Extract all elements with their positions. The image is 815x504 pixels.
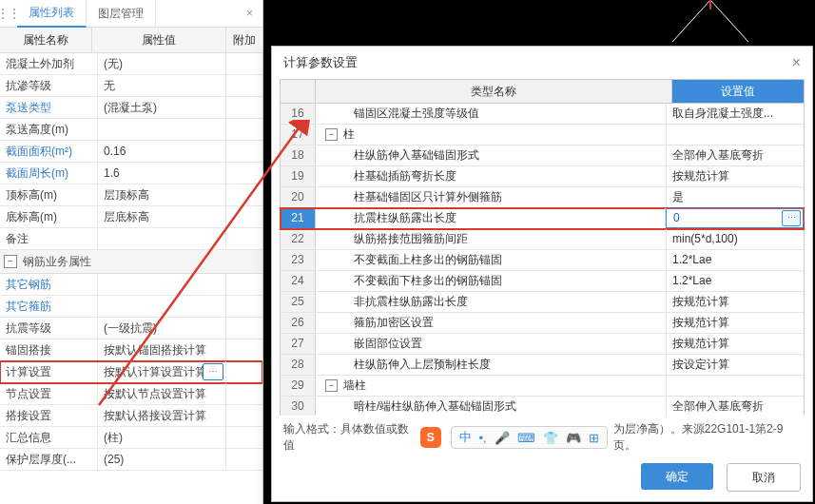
property-name[interactable]: 泵送类型: [0, 97, 98, 118]
ok-button[interactable]: 确定: [641, 463, 713, 490]
panel-drag-handle[interactable]: ⋮⋮: [0, 7, 17, 20]
property-value[interactable]: 按默认计算设置计算⋯: [98, 361, 226, 382]
row-index: 26: [281, 313, 316, 333]
property-value[interactable]: (一级抗震): [98, 318, 226, 339]
property-row[interactable]: 抗渗等级无: [0, 75, 262, 97]
property-row[interactable]: 顶标高(m)层顶标高: [0, 184, 262, 206]
property-name[interactable]: 其它钢筋: [0, 274, 98, 295]
property-value[interactable]: [98, 228, 226, 249]
property-row[interactable]: 计算设置按默认计算设置计算⋯: [0, 361, 262, 383]
property-row[interactable]: 泵送类型(混凝土泵): [0, 97, 262, 119]
grid-row[interactable]: 21抗震柱纵筋露出长度⋯: [281, 208, 804, 229]
property-row[interactable]: 汇总信息(柱): [0, 427, 262, 449]
property-value[interactable]: (无): [98, 53, 226, 74]
property-value[interactable]: 层顶标高: [98, 184, 226, 205]
ime-mic-icon[interactable]: 🎤: [495, 431, 510, 445]
grid-row[interactable]: 17−柱: [281, 125, 804, 145]
ellipsis-button[interactable]: ⋯: [203, 363, 223, 380]
ime-game-icon[interactable]: 🎮: [566, 431, 581, 445]
grid-col-value[interactable]: 设置值: [672, 80, 804, 103]
row-value[interactable]: 按规范计算: [667, 313, 804, 333]
grid-row[interactable]: 26箍筋加密区设置按规范计算: [281, 313, 804, 334]
ime-punct-icon[interactable]: •,: [479, 431, 487, 445]
property-row[interactable]: 底标高(m)层底标高: [0, 206, 262, 228]
tree-collapse-icon[interactable]: −: [325, 379, 338, 392]
property-value[interactable]: 1.6: [98, 163, 226, 184]
property-group[interactable]: −钢筋业务属性: [0, 250, 262, 274]
grid-row[interactable]: 23不变截面上柱多出的钢筋锚固1.2*Lae: [281, 250, 804, 271]
property-row[interactable]: 混凝土外加剂(无): [0, 53, 262, 75]
property-value[interactable]: 层底标高: [98, 206, 226, 227]
grid-row[interactable]: 22纵筋搭接范围箍筋间距min(5*d,100): [281, 229, 804, 250]
tab-layer-mgr[interactable]: 图层管理: [87, 1, 156, 27]
property-value[interactable]: 无: [98, 75, 226, 96]
row-value[interactable]: 按设定计算: [667, 355, 804, 375]
tab-attr-list[interactable]: 属性列表: [17, 0, 87, 28]
property-value[interactable]: 按默认节点设置计算: [98, 383, 226, 404]
property-value[interactable]: (25): [98, 449, 226, 470]
property-name[interactable]: 截面面积(m²): [0, 141, 98, 162]
row-value[interactable]: 全部伸入基底弯折: [667, 145, 804, 165]
cancel-button[interactable]: 取消: [727, 463, 801, 492]
collapse-icon[interactable]: −: [4, 255, 17, 268]
property-row[interactable]: 锚固搭接按默认锚固搭接计算: [0, 339, 262, 361]
value-input[interactable]: [671, 210, 751, 225]
property-value[interactable]: (混凝土泵): [98, 97, 226, 118]
property-name: 搭接设置: [0, 405, 98, 426]
row-value[interactable]: [667, 376, 804, 396]
row-value[interactable]: 全部伸入基底弯折: [667, 397, 804, 416]
row-index: 28: [281, 355, 316, 375]
row-value[interactable]: min(5*d,100): [667, 229, 804, 249]
property-value[interactable]: 按默认锚固搭接计算: [98, 339, 226, 360]
grid-row[interactable]: 29−墙柱: [281, 376, 804, 397]
property-row[interactable]: 其它钢筋: [0, 274, 262, 296]
property-row[interactable]: 节点设置按默认节点设置计算: [0, 383, 262, 405]
property-row[interactable]: 抗震等级(一级抗震): [0, 318, 262, 339]
grid-row[interactable]: 25非抗震柱纵筋露出长度按规范计算: [281, 292, 804, 313]
property-row[interactable]: 其它箍筋: [0, 296, 262, 318]
panel-close-icon[interactable]: ×: [237, 7, 262, 20]
row-value[interactable]: 是: [667, 187, 804, 207]
property-row[interactable]: 截面面积(m²)0.16: [0, 141, 262, 163]
grid-row[interactable]: 28柱纵筋伸入上层预制柱长度按设定计算: [281, 355, 804, 376]
property-row[interactable]: 保护层厚度(...(25): [0, 449, 262, 471]
row-value[interactable]: 1.2*Lae: [667, 271, 804, 291]
row-value[interactable]: ⋯: [666, 208, 804, 228]
row-value[interactable]: 按规范计算: [667, 292, 804, 312]
value-ellipsis-button[interactable]: ⋯: [782, 210, 801, 226]
ime-person-icon[interactable]: 👕: [543, 431, 558, 445]
ime-cn-icon[interactable]: 中: [459, 429, 472, 446]
property-value[interactable]: 按默认搭接设置计算: [98, 405, 226, 426]
grid-row[interactable]: 20柱基础锚固区只计算外侧箍筋是: [281, 187, 804, 208]
property-row[interactable]: 搭接设置按默认搭接设置计算: [0, 405, 262, 427]
property-name[interactable]: 其它箍筋: [0, 296, 98, 317]
row-value[interactable]: 1.2*Lae: [667, 250, 804, 270]
property-name[interactable]: 截面周长(m): [0, 163, 98, 184]
tree-collapse-icon[interactable]: −: [325, 128, 338, 141]
ime-grid-icon[interactable]: ⊞: [589, 431, 599, 445]
property-row[interactable]: 截面周长(m)1.6: [0, 163, 262, 184]
calc-param-dialog: 计算参数设置 × 类型名称 设置值 16锚固区混凝土强度等级值取自身混凝土强度.…: [271, 46, 813, 502]
property-value[interactable]: [98, 119, 226, 140]
row-type: 非抗震柱纵筋露出长度: [316, 292, 667, 312]
property-value[interactable]: [98, 296, 226, 317]
row-value[interactable]: 按规范计算: [667, 166, 804, 186]
property-row[interactable]: 备注: [0, 228, 262, 250]
grid-row[interactable]: 24不变截面下柱多出的钢筋锚固1.2*Lae: [281, 271, 804, 292]
dialog-close-icon[interactable]: ×: [792, 54, 801, 71]
row-value[interactable]: 取自身混凝土强度...: [667, 104, 804, 124]
row-value[interactable]: [667, 125, 804, 145]
grid-row[interactable]: 27嵌固部位设置按规范计算: [281, 334, 804, 355]
property-value[interactable]: 0.16: [98, 141, 226, 162]
property-row[interactable]: 泵送高度(m): [0, 119, 262, 141]
property-extra: [226, 97, 262, 118]
property-value[interactable]: [98, 274, 226, 295]
ime-keyboard-icon[interactable]: ⌨: [517, 431, 535, 445]
row-value[interactable]: 按规范计算: [667, 334, 804, 354]
grid-row[interactable]: 18柱纵筋伸入基础锚固形式全部伸入基底弯折: [281, 145, 804, 166]
grid-row[interactable]: 30暗柱/端柱纵筋伸入基础锚固形式全部伸入基底弯折: [281, 397, 804, 416]
property-value[interactable]: (柱): [98, 427, 226, 448]
ime-toolbar[interactable]: 中 •, 🎤 ⌨ 👕 🎮 ⊞: [451, 426, 608, 449]
grid-row[interactable]: 16锚固区混凝土强度等级值取自身混凝土强度...: [281, 104, 804, 125]
grid-row[interactable]: 19柱基础插筋弯折长度按规范计算: [281, 166, 804, 187]
